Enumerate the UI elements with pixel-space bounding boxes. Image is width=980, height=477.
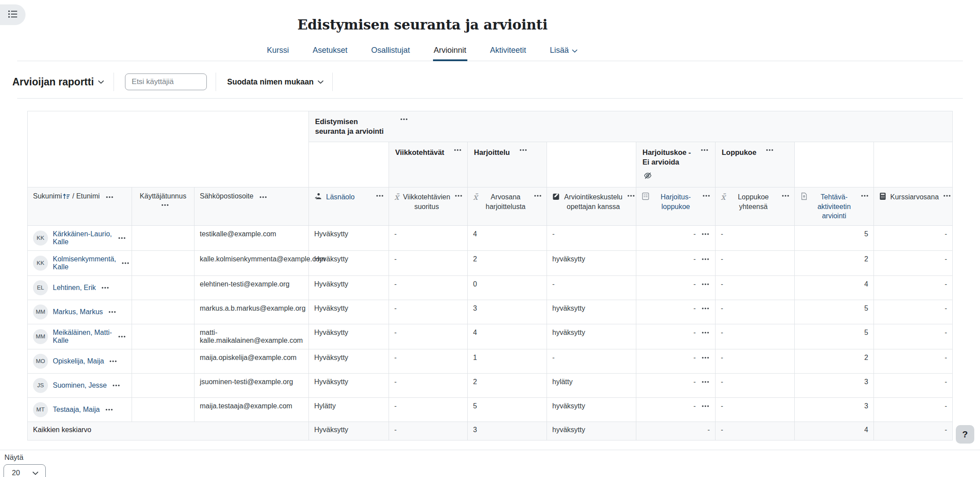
- cell-menu-button[interactable]: [701, 282, 710, 287]
- assignment-grade-cell: 5: [795, 300, 874, 324]
- search-users-input[interactable]: [125, 73, 207, 90]
- email-cell: kalle.kolmisenkymmenta@example.com: [195, 250, 309, 275]
- row-menu-button[interactable]: [108, 309, 117, 315]
- subcategory-menu-button[interactable]: [453, 147, 462, 153]
- column-menu-button[interactable]: [627, 193, 635, 198]
- column-menu-button[interactable]: [781, 193, 790, 198]
- per-page-select[interactable]: 20: [4, 464, 46, 477]
- subcategory-spacer-cell: [874, 142, 953, 187]
- cell-menu-button[interactable]: [701, 355, 710, 360]
- cell-menu-button[interactable]: [701, 257, 710, 262]
- row-menu-button[interactable]: [121, 261, 130, 266]
- subcategory-label: Harjoituskoe - Ei arvioida: [642, 147, 691, 167]
- row-menu-button[interactable]: [117, 334, 126, 339]
- practice-grade-cell: 2: [468, 250, 547, 275]
- tab-kurssi[interactable]: Kurssi: [266, 43, 290, 61]
- column-header-assignment: Tehtävä-aktiviteetin arviointi: [795, 187, 874, 226]
- student-row: KK Kärkkäinen-Laurio, Kalle testikalle@e…: [28, 225, 953, 250]
- practice-final-cell: -: [636, 225, 716, 250]
- column-menu-button[interactable]: [943, 193, 951, 198]
- column-menu-button[interactable]: [702, 193, 711, 198]
- practice-final-cell: -: [636, 300, 716, 324]
- student-name-link[interactable]: Opiskelija, Maija: [53, 357, 104, 365]
- subcategory-menu-button[interactable]: [700, 147, 709, 153]
- assignment-grade-cell: 3: [795, 373, 874, 397]
- ellipsis-menu-icon: [702, 308, 709, 309]
- grade-item-link[interactable]: Harjoitus-loppukoe: [653, 192, 698, 211]
- course-index-drawer-toggle[interactable]: [0, 4, 26, 25]
- sort-by-lastname-link[interactable]: Sukunimi: [33, 192, 62, 200]
- weekly-grade-cell: -: [389, 349, 468, 373]
- grade-value: -: [694, 329, 696, 337]
- cell-menu-button[interactable]: [701, 330, 710, 335]
- weekly-grade-cell: -: [389, 373, 468, 397]
- avatar: MM: [33, 329, 48, 344]
- cell-menu-button[interactable]: [701, 231, 710, 237]
- cell-menu-button[interactable]: [701, 379, 710, 385]
- grade-item-link[interactable]: Tehtävä-aktiviteetin arviointi: [812, 192, 856, 221]
- tab-lisaa[interactable]: Lisää: [549, 43, 578, 61]
- email-cell: maija.opiskelija@example.com: [195, 349, 309, 373]
- quiz-icon: [642, 192, 650, 203]
- column-menu-button[interactable]: [161, 202, 169, 208]
- email-cell: maija.testaaja@example.com: [195, 397, 309, 422]
- grader-toolbar: Arvioijan raportti Suodata nimen mukaan: [6, 71, 963, 93]
- assignment-grade-cell: 4: [795, 275, 874, 300]
- tab-osallistujat[interactable]: Osallistujat: [370, 43, 411, 61]
- column-menu-button[interactable]: [375, 193, 384, 198]
- grade-item-link[interactable]: Läsnäolo: [326, 192, 371, 202]
- report-selector-dropdown[interactable]: Arvioijan raportti: [6, 76, 104, 88]
- student-name-link[interactable]: Suominen, Jesse: [53, 382, 107, 389]
- category-menu-button[interactable]: [400, 117, 408, 122]
- sort-ascending-icon[interactable]: [62, 194, 70, 201]
- ellipsis-menu-icon: [113, 385, 120, 386]
- student-name-link[interactable]: Lehtinen, Erik: [53, 284, 96, 292]
- column-menu-button[interactable]: [533, 193, 542, 198]
- per-page-label: Näytä: [4, 453, 46, 462]
- practice-grade-cell: 5: [468, 397, 547, 422]
- row-menu-button[interactable]: [101, 285, 110, 290]
- filter-by-name-dropdown[interactable]: Suodata nimen mukaan: [227, 77, 323, 87]
- username-cell: [132, 275, 195, 300]
- practice-final-cell: -: [636, 275, 716, 300]
- course-grade-cell: -: [874, 324, 953, 349]
- ellipsis-menu-icon: [766, 149, 773, 151]
- column-menu-button[interactable]: [259, 194, 268, 200]
- subcategory-viikkotehtavat-cell: Viikkotehtävät: [389, 142, 468, 187]
- student-name-link[interactable]: Kärkkäinen-Laurio, Kalle: [53, 230, 113, 246]
- cell-menu-button[interactable]: [701, 404, 710, 409]
- subcategory-loppukoe-cell: Loppukoe: [716, 142, 795, 187]
- row-menu-button[interactable]: [112, 383, 121, 388]
- avatar: KK: [33, 231, 48, 246]
- student-name-link[interactable]: Meikäläinen, Matti-Kalle: [53, 329, 113, 345]
- subcategory-spacer-cell: [795, 142, 874, 187]
- subcategory-spacer-cell: [309, 142, 389, 187]
- student-name-link[interactable]: Markus, Markus: [53, 308, 103, 316]
- ellipsis-menu-icon: [454, 149, 461, 151]
- row-menu-button[interactable]: [109, 359, 117, 364]
- tab-aktiviteetit[interactable]: Aktiviteetit: [489, 43, 527, 61]
- student-name-link[interactable]: Kolmisenkymmentä, Kalle: [53, 255, 116, 271]
- practice-final-cell: -: [636, 349, 716, 373]
- student-name-link[interactable]: Testaaja, Maija: [53, 406, 100, 414]
- mean-icon: x̄: [394, 193, 399, 201]
- column-menu-button[interactable]: [860, 193, 869, 198]
- student-row: KK Kolmisenkymmentä, Kalle kalle.kolmise…: [28, 250, 953, 275]
- attendance-grade-cell: Hyväksytty: [309, 250, 389, 275]
- column-menu-button[interactable]: [105, 194, 114, 200]
- row-menu-button[interactable]: [117, 235, 126, 241]
- student-row: MM Markus, Markus markus.a.b.markus@exam…: [28, 300, 953, 324]
- subcategory-menu-button[interactable]: [519, 147, 528, 153]
- weekly-grade-cell: -: [389, 250, 468, 275]
- row-menu-button[interactable]: [105, 407, 114, 412]
- subcategory-menu-button[interactable]: [765, 147, 774, 153]
- tab-asetukset[interactable]: Asetukset: [312, 43, 348, 61]
- column-header-weekly: x̄ Viikkotehtävien suoritus: [389, 187, 468, 226]
- column-header-label: Viikkotehtävien suoritus: [403, 192, 450, 211]
- practice-grade-cell: 3: [468, 300, 547, 324]
- tab-arvioinnit[interactable]: Arvioinnit: [433, 43, 467, 61]
- column-menu-button[interactable]: [454, 193, 463, 198]
- cell-menu-button[interactable]: [701, 306, 710, 311]
- grade-value: -: [694, 255, 696, 263]
- help-button[interactable]: ?: [956, 425, 974, 444]
